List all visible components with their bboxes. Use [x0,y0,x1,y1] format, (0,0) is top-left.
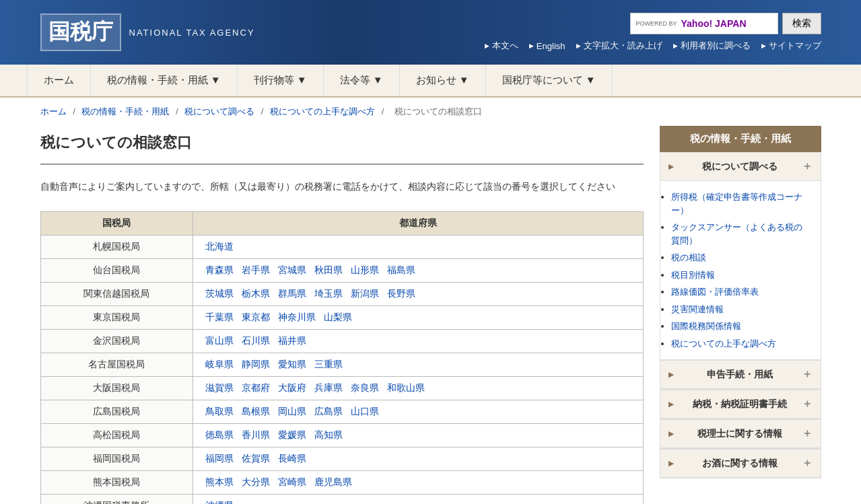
nav-link-moji[interactable]: 文字拡大・読み上げ [576,40,662,52]
prefecture-link[interactable]: 京都府 [242,382,270,393]
nav-link-sitemap[interactable]: サイトマップ [761,40,821,52]
prefecture-link[interactable]: 徳島県 [205,429,234,440]
breadcrumb-sep3: / [261,106,266,116]
prefecture-link[interactable]: 秋田県 [314,264,343,275]
sidebar-link-soudan[interactable]: 税の相談 [671,252,706,262]
table-cell-office: 熊本国税局 [40,471,193,495]
prefecture-link[interactable]: 千葉県 [205,312,234,322]
sidebar-link-disaster[interactable]: 災害関連情報 [671,304,724,314]
header-right: POWERED BY Yahoo! JAPAN 検索 本文へ English 文… [485,13,821,52]
nav-item-about[interactable]: 国税庁等について ▼ [486,65,613,96]
sidebar-link-rosenka[interactable]: 路線価図・評価倍率表 [671,287,759,297]
nav-link-english[interactable]: English [529,41,565,51]
table-cell-prefectures: 北海道 [193,236,644,259]
nav-item-news[interactable]: お知らせ ▼ [400,65,486,96]
table-row: 仙台国税局青森県岩手県宮城県秋田県山形県福島県 [40,259,643,283]
prefecture-link[interactable]: 愛知県 [278,359,306,369]
prefecture-link[interactable]: 岡山県 [278,406,306,417]
prefecture-link[interactable]: 宮崎県 [278,476,306,487]
sidebar-shinkoku-expand-icon: ＋ [802,367,813,382]
prefecture-link[interactable]: 和歌山県 [387,382,425,393]
prefecture-link[interactable]: 香川県 [242,429,270,440]
table-cell-office: 仙台国税局 [40,259,193,283]
prefecture-link[interactable]: 神奈川県 [278,312,316,322]
sidebar-link-zeimoku[interactable]: 税目別情報 [671,270,715,280]
prefecture-link[interactable]: 茨城県 [205,288,234,299]
prefecture-link[interactable]: 高知県 [314,429,343,440]
prefecture-link[interactable]: 石川県 [242,335,270,346]
sidebar-link-taxanswer[interactable]: タックスアンサー（よくある税の質問） [671,222,802,246]
prefecture-link[interactable]: 北海道 [205,241,234,252]
prefecture-link[interactable]: 埼玉県 [314,288,343,299]
nav-link-riyousha[interactable]: 利用者別に調べる [673,40,751,52]
nav-item-publications[interactable]: 刊行物等 ▼ [238,65,324,96]
table-cell-office: 東京国税局 [40,306,193,330]
prefecture-link[interactable]: 兵庫県 [314,382,343,393]
prefecture-link[interactable]: 福井県 [278,335,306,346]
table-cell-prefectures: 福岡県佐賀県長崎県 [193,447,644,471]
table-cell-prefectures: 徳島県香川県愛媛県高知県 [193,424,644,447]
breadcrumb-investigate[interactable]: 税について調べる [184,106,254,116]
sidebar-item-smart: 税についての上手な調べ方 [671,337,810,351]
sidebar-section-shinkok: 申告手続・用紙 ＋ [660,360,821,390]
sidebar-section-title-nouzei[interactable]: 納税・納税証明書手続 ＋ [660,390,821,419]
sidebar-zeiri-expand-icon: ＋ [802,427,813,441]
prefecture-link[interactable]: 三重県 [314,359,343,369]
prefecture-link[interactable]: 栃木県 [242,288,270,299]
breadcrumb-smart-way[interactable]: 税についての上手な調べ方 [270,106,375,116]
table-cell-office: 広島国税局 [40,400,193,424]
prefecture-link[interactable]: 愛媛県 [278,429,306,440]
prefecture-link[interactable]: 福島県 [387,264,415,275]
breadcrumb-home[interactable]: ホーム [40,106,67,116]
prefecture-link[interactable]: 滋賀県 [205,382,234,393]
prefecture-link[interactable]: 静岡県 [242,359,270,369]
sidebar-section-title-zeiri[interactable]: 税理士に関する情報 ＋ [660,419,821,448]
prefecture-link[interactable]: 大阪府 [278,382,306,393]
table-cell-prefectures: 富山県石川県福井県 [193,330,644,353]
prefecture-link[interactable]: 群馬県 [278,288,306,299]
nav-item-laws[interactable]: 法令等 ▼ [324,65,400,96]
search-area: POWERED BY Yahoo! JAPAN 検索 [630,13,821,34]
prefecture-link[interactable]: 広島県 [314,406,343,417]
prefecture-link[interactable]: 奈良県 [351,382,379,393]
table-cell-prefectures: 千葉県東京都神奈川県山梨県 [193,306,644,330]
prefecture-link[interactable]: 山口県 [351,406,379,417]
breadcrumb-tax-info[interactable]: 税の情報・手続・用紙 [81,106,169,116]
prefecture-link[interactable]: 山形県 [351,264,379,275]
prefecture-link[interactable]: 鹿児島県 [314,476,352,487]
prefecture-link[interactable]: 東京都 [242,312,270,322]
prefecture-link[interactable]: 佐賀県 [242,453,270,464]
sidebar-link-shotokuzei[interactable]: 所得税（確定申告書等作成コーナー） [671,192,802,215]
table-row: 高松国税局徳島県香川県愛媛県高知県 [40,424,643,447]
sidebar-zeiri-label: 税理士に関する情報 [697,428,782,440]
search-button[interactable]: 検索 [782,13,821,34]
prefecture-link[interactable]: 富山県 [205,335,234,346]
prefecture-link[interactable]: 沖縄県 [205,500,234,504]
nav-item-tax-info[interactable]: 税の情報・手続・用紙 ▼ [91,65,238,96]
sidebar-link-international[interactable]: 国際税務関係情報 [671,321,741,331]
sidebar-link-smart[interactable]: 税についての上手な調べ方 [671,338,776,349]
prefecture-link[interactable]: 長野県 [387,288,415,299]
prefecture-link[interactable]: 熊本県 [205,476,234,487]
prefecture-link[interactable]: 島根県 [242,406,270,417]
prefecture-link[interactable]: 山梨県 [324,312,352,322]
prefecture-link[interactable]: 福岡県 [205,453,234,464]
prefecture-link[interactable]: 岐阜県 [205,359,234,369]
prefecture-link[interactable]: 新潟県 [351,288,379,299]
nav-item-home[interactable]: ホーム [27,65,91,96]
prefecture-link[interactable]: 青森県 [205,264,234,275]
sidebar-section-investigate-label: 税について調べる [702,161,778,173]
prefecture-link[interactable]: 鳥取県 [205,406,234,417]
prefecture-link[interactable]: 長崎県 [278,453,306,464]
prefecture-link[interactable]: 大分県 [242,476,270,487]
prefecture-link[interactable]: 岩手県 [242,264,270,275]
sidebar-section-title-investigate[interactable]: 税について調べる ＋ [660,152,821,181]
table-row: 札幌国税局北海道 [40,236,643,259]
sidebar-section-investigate: 税について調べる ＋ 所得税（確定申告書等作成コーナー） タックスアンサー（よく… [660,152,821,360]
sidebar-list-investigate: 所得税（確定申告書等作成コーナー） タックスアンサー（よくある税の質問） 税の相… [660,181,821,359]
prefecture-link[interactable]: 宮城県 [278,264,306,275]
sidebar-section-title-sake[interactable]: お酒に関する情報 ＋ [660,449,821,478]
logo-text: 国税庁 [40,13,121,51]
nav-link-honbun[interactable]: 本文へ [485,40,518,52]
sidebar-section-title-shinkoku[interactable]: 申告手続・用紙 ＋ [660,360,821,389]
